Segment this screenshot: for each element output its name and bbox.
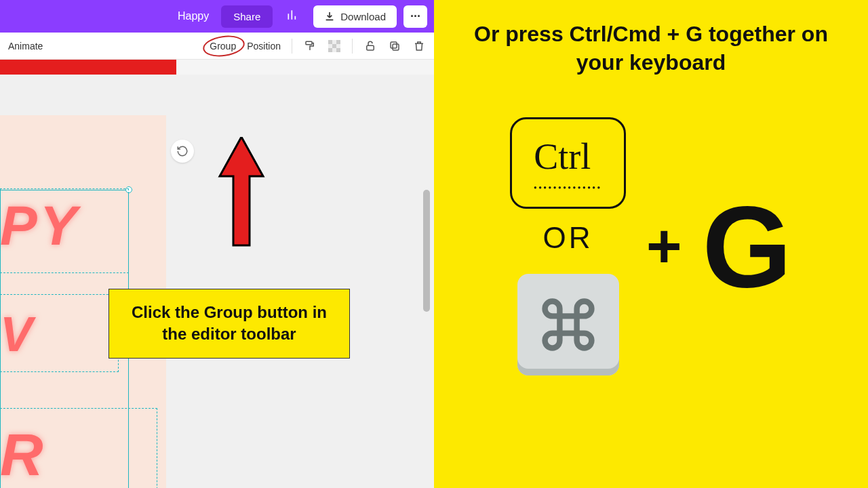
- annotation-callout: Click the Group button in the editor too…: [108, 289, 350, 359]
- project-name: Happy: [178, 10, 209, 22]
- element-selection: [0, 188, 129, 273]
- ctrl-key-label: Ctrl: [534, 136, 602, 178]
- rotate-icon[interactable]: [171, 140, 194, 163]
- ctrl-dots: ••••••••••••••: [534, 183, 602, 193]
- editor-toolbar: Animate Group Position: [0, 33, 434, 60]
- canvas-area[interactable]: PY V R Click the Group button in the edi…: [0, 75, 434, 488]
- element-selection: [0, 294, 119, 372]
- download-label: Download: [340, 11, 386, 22]
- svg-rect-8: [332, 48, 336, 52]
- lock-icon[interactable]: [363, 39, 377, 53]
- app-header: Happy Share Download ···: [0, 0, 434, 33]
- share-button[interactable]: Share: [221, 5, 273, 28]
- group-button[interactable]: Group: [210, 41, 236, 52]
- svg-rect-12: [391, 42, 397, 48]
- g-key-label: G: [703, 189, 792, 304]
- ctrl-key-icon: Ctrl ••••••••••••••: [510, 117, 626, 209]
- svg-rect-4: [328, 44, 332, 48]
- or-label: OR: [543, 221, 593, 255]
- divider: [352, 39, 353, 54]
- duplicate-icon[interactable]: [388, 39, 401, 53]
- scrollbar[interactable]: [423, 75, 430, 441]
- animate-button[interactable]: Animate: [8, 41, 43, 52]
- red-strip: [0, 60, 176, 75]
- more-button[interactable]: ···: [403, 5, 427, 28]
- instruction-panel: Or press Ctrl/Cmd + G together on your k…: [434, 0, 868, 488]
- scrollbar-thumb[interactable]: [423, 190, 430, 312]
- download-button[interactable]: Download: [313, 5, 397, 28]
- svg-rect-3: [336, 40, 340, 44]
- paint-roller-icon[interactable]: [303, 39, 317, 53]
- analytics-icon[interactable]: [279, 4, 307, 28]
- svg-marker-16: [220, 137, 263, 245]
- svg-rect-7: [328, 48, 332, 52]
- divider: [292, 39, 292, 54]
- annotation-arrow-icon: [214, 137, 269, 272]
- svg-rect-10: [367, 45, 374, 50]
- svg-rect-0: [306, 41, 312, 45]
- svg-rect-9: [336, 48, 340, 52]
- trash-icon[interactable]: [412, 39, 426, 53]
- svg-rect-1: [328, 40, 332, 44]
- element-selection: [0, 408, 157, 488]
- cmd-key-icon: [517, 274, 619, 375]
- svg-rect-11: [393, 44, 399, 50]
- position-button[interactable]: Position: [247, 41, 281, 52]
- plus-icon: +: [646, 211, 682, 281]
- instruction-heading: Or press Ctrl/Cmd + G together on your k…: [448, 20, 854, 77]
- svg-rect-2: [332, 40, 336, 44]
- svg-rect-5: [332, 44, 336, 48]
- svg-rect-6: [336, 44, 340, 48]
- transparency-icon[interactable]: [328, 39, 341, 53]
